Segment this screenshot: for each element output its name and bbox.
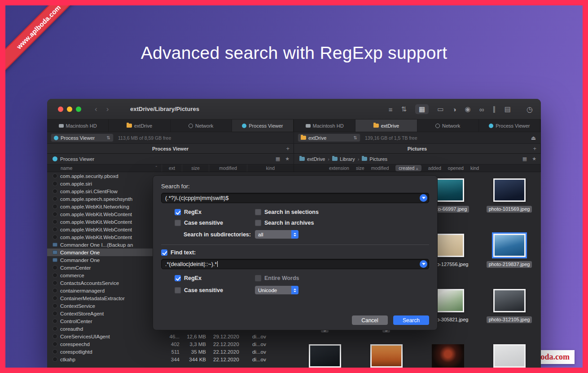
find-history-button[interactable] (420, 260, 427, 268)
volume-tab[interactable]: Process Viewer (479, 120, 540, 132)
volume-tab-row: Macintosh HD extDrive Network (47, 120, 541, 132)
grid-item[interactable] (417, 341, 478, 368)
column-header[interactable]: size (356, 165, 364, 171)
disk-usage-icon[interactable]: ◑ (452, 106, 456, 113)
subdirectories-select[interactable]: all (255, 230, 298, 239)
encoding-select[interactable]: Unicode (255, 286, 298, 294)
column-header[interactable]: kind (470, 165, 479, 171)
grid-item[interactable] (478, 341, 540, 368)
preview-eye-icon[interactable]: ◉ (465, 105, 471, 113)
view-options-icon[interactable]: ▦ (276, 156, 280, 162)
favorite-star-icon[interactable]: ★ (532, 156, 536, 162)
search-button[interactable]: Search (393, 315, 429, 325)
close-window-button[interactable] (58, 107, 63, 112)
regex-option[interactable]: RegEx (175, 209, 255, 215)
forward-icon[interactable]: › (106, 105, 109, 114)
file-name: com.apple.speech.speechsynth (60, 196, 132, 202)
regex-checkbox[interactable] (175, 209, 181, 215)
column-header[interactable]: created ▴ (395, 165, 421, 171)
volume-select-right[interactable]: extDrive ⇅ (298, 133, 360, 142)
find-text-checkbox[interactable] (161, 249, 167, 256)
find-text-input[interactable]: .*(dealloc|deinit|::~).* (161, 259, 429, 269)
volume-tab[interactable]: extDrive (355, 120, 417, 132)
file-name: ControlCenter (60, 319, 92, 324)
grid-item[interactable]: photo-101569.jpeg (478, 175, 540, 230)
eject-icon[interactable]: ⏏ (531, 135, 536, 141)
doc-tab-left[interactable]: Process Viewer + (47, 144, 294, 153)
column-header[interactable]: ext (162, 164, 182, 172)
grid-view-icon[interactable]: ▦ (415, 104, 429, 114)
breadcrumb-label: Library (340, 156, 355, 162)
search-in-selections-checkbox[interactable] (255, 209, 261, 215)
search-in-archives-option[interactable]: Search in archives (255, 220, 314, 226)
grid-item[interactable] (355, 341, 417, 368)
kind-cell: di...ov (247, 342, 294, 347)
history-clock-icon[interactable]: ◷ (527, 105, 533, 114)
zoom-window-button[interactable] (76, 107, 81, 112)
volume-tab[interactable]: Macintosh HD (294, 120, 355, 132)
column-header[interactable]: extension (329, 165, 349, 171)
file-name: com.apple.security.pboxd (60, 173, 118, 179)
breadcrumb-segment[interactable]: Pictures › (362, 156, 387, 162)
table-row[interactable]: ctkahp 344 344 KB 22.12.2020 di...ov (47, 355, 294, 363)
column-header[interactable]: opened (448, 165, 464, 171)
minimize-window-button[interactable] (67, 107, 72, 112)
volume-select-left[interactable]: Process Viewer ⇅ (51, 133, 114, 142)
volume-tab[interactable]: Process Viewer (232, 120, 294, 132)
grid-item[interactable]: photo-219837.jpeg (478, 230, 540, 285)
grid-item[interactable] (294, 341, 355, 368)
search-in-archives-checkbox[interactable] (255, 220, 261, 226)
column-header[interactable]: size (182, 164, 209, 172)
view-options-icon[interactable]: ▦ (522, 156, 527, 162)
volume-tab[interactable]: extDrive (109, 120, 170, 132)
folder-ops-icon[interactable]: ▤ (505, 105, 511, 113)
doc-tab-right[interactable]: Pictures + (294, 144, 541, 153)
volume-tab[interactable]: Network (417, 120, 479, 132)
column-header[interactable]: name ˆ (47, 164, 162, 172)
free-space-left: 113,6 MB of 8,59 GB free (118, 135, 171, 141)
case-sensitive-option[interactable]: Case sensitive (175, 220, 255, 226)
cancel-button[interactable]: Cancel (352, 315, 388, 325)
options-row-1: RegEx Search in selections (161, 209, 429, 215)
breadcrumb-segment[interactable]: extDrive › (299, 156, 332, 162)
link-icon[interactable]: ∞ (479, 106, 484, 113)
menu-icon[interactable]: ≡ (389, 106, 393, 113)
volume-tab[interactable]: Network (171, 120, 232, 132)
column-header[interactable]: modified (209, 164, 247, 172)
new-tab-button[interactable]: + (286, 145, 290, 152)
favorite-star-icon[interactable]: ★ (285, 156, 290, 162)
table-row[interactable]: CoreServicesUIAgent 46... 12,6 MB 29.12.… (47, 333, 294, 340)
find-regex-option[interactable]: RegEx (175, 275, 255, 281)
grid-item[interactable]: photo-312105.jpeg (478, 285, 540, 341)
pause-icon[interactable]: ∥ (492, 105, 496, 113)
entire-words-option[interactable]: Entire Words (255, 275, 299, 281)
column-header[interactable]: modified (371, 165, 389, 171)
sort-icon[interactable]: ⇅ (401, 105, 407, 113)
case-sensitive-checkbox[interactable] (175, 220, 181, 226)
volume-icon (242, 124, 246, 128)
kind-cell: di...ov (247, 334, 294, 339)
table-row[interactable]: corespotlightd 511 35 MB 22.12.2020 di..… (47, 348, 294, 355)
toggle-icon[interactable]: ▭ (437, 105, 443, 113)
volume-tab[interactable]: Macintosh HD (47, 120, 109, 132)
entire-words-checkbox[interactable] (255, 275, 261, 281)
search-in-selections-option[interactable]: Search in selections (255, 209, 319, 215)
breadcrumb-segment[interactable]: Library › (332, 156, 362, 162)
photo-name: photo-101569.jpeg (487, 206, 532, 213)
find-regex-checkbox[interactable] (175, 275, 181, 281)
column-header[interactable]: kind (247, 164, 294, 172)
file-name-cell: CommCenter (47, 265, 162, 271)
find-text-option[interactable]: Find text: (161, 249, 429, 256)
file-icon (53, 243, 57, 247)
text-cursor (217, 261, 218, 267)
back-icon[interactable]: ‹ (95, 105, 97, 114)
pattern-history-button[interactable] (420, 194, 427, 202)
search-pattern-input[interactable]: (.*?)\.(c|cpp|m|mm|swift)$ (161, 193, 429, 203)
find-case-sensitive-checkbox[interactable] (175, 287, 181, 293)
column-header[interactable]: added (428, 165, 441, 171)
photo-thumbnail (493, 344, 526, 368)
find-case-sensitive-label: Case sensitive (184, 287, 223, 293)
find-case-sensitive-option[interactable]: Case sensitive (175, 287, 255, 293)
new-tab-button[interactable]: + (533, 145, 536, 152)
table-row[interactable]: corespeechd 402 3,3 MB 22.12.2020 di...o… (47, 340, 294, 348)
